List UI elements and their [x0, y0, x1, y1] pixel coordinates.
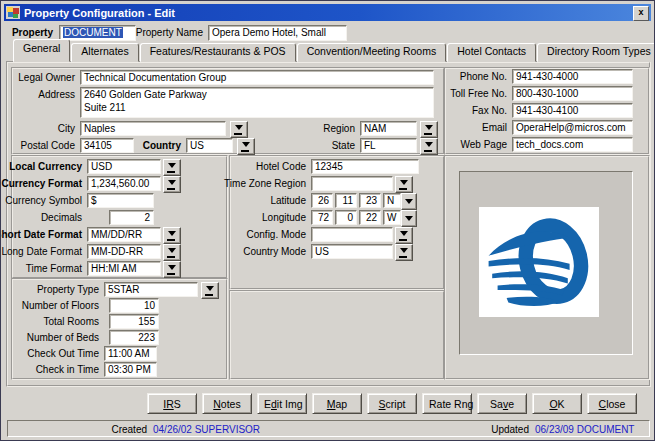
email-label: Email	[482, 122, 507, 133]
script-button[interactable]: Script	[367, 393, 417, 414]
longitude-sec-input[interactable]: 22	[359, 210, 381, 225]
state-label: State	[332, 140, 355, 151]
opera-logo-icon	[485, 213, 593, 311]
currency-symbol-input[interactable]: $	[87, 193, 154, 208]
check-in-time-input[interactable]: 03:30 PM	[104, 362, 157, 377]
config-mode-lov-icon[interactable]	[395, 227, 413, 244]
latitude-sec-input[interactable]: 23	[359, 193, 381, 208]
property-type-input[interactable]: 5STAR	[104, 282, 198, 297]
property-selected-text: DOCUMENT	[63, 27, 123, 38]
currency-symbol-label: Currency Symbol	[5, 195, 82, 206]
tab-directory-room-types[interactable]: Directory Room Types	[537, 43, 655, 62]
country-mode-lov-icon[interactable]	[395, 244, 413, 261]
edit-img-button[interactable]: Edit Img	[257, 393, 307, 414]
toll-free-label: Toll Free No.	[450, 88, 507, 99]
total-rooms-input[interactable]: 155	[109, 314, 159, 329]
time-zone-region-input[interactable]	[311, 176, 393, 191]
time-format-lov-icon[interactable]	[163, 261, 181, 278]
irs-button[interactable]: IRS	[147, 393, 197, 414]
property-name-input[interactable]: Opera Demo Hotel, Small	[208, 25, 347, 41]
tab-alternates[interactable]: Alternates	[71, 43, 138, 62]
decimals-input[interactable]: 2	[109, 210, 154, 225]
notes-button[interactable]: Notes	[202, 393, 252, 414]
number-of-beds-label: Number of Beds	[27, 332, 99, 343]
total-rooms-label: Total Rooms	[43, 316, 99, 327]
latitude-dir-input[interactable]: N	[383, 193, 401, 208]
address-input[interactable]: 2640 Golden Gate Parkway Suite 211	[80, 87, 434, 118]
longitude-deg-input[interactable]: 72	[311, 210, 333, 225]
action-button-row: IRS Notes Edit Img Map Script Rate Rng S…	[147, 393, 637, 414]
state-lov-icon[interactable]	[420, 138, 438, 155]
property-type-lov-icon[interactable]	[201, 282, 219, 299]
save-button[interactable]: Save	[477, 393, 527, 414]
map-button[interactable]: Map	[312, 393, 362, 414]
latitude-min-input[interactable]: 11	[335, 193, 357, 208]
city-input[interactable]: Naples	[80, 121, 226, 136]
latitude-label: Latitude	[270, 195, 306, 206]
updated-label: Updated	[491, 424, 529, 435]
number-of-beds-input[interactable]: 223	[109, 330, 159, 345]
country-lov-icon[interactable]	[237, 138, 255, 155]
property-name-label: Property Name	[136, 27, 203, 38]
legal-owner-label: Legal Owner	[18, 72, 75, 83]
city-lov-icon[interactable]	[230, 121, 248, 138]
updated-value: 06/23/09 DOCUMENT	[535, 424, 634, 435]
time-format-input[interactable]: HH:MI AM	[87, 261, 161, 276]
fax-label: Fax No.	[472, 105, 507, 116]
check-out-time-input[interactable]: 11:00 AM	[104, 346, 157, 361]
local-currency-lov-icon[interactable]	[163, 159, 181, 176]
property-type-label: Property Type	[37, 284, 99, 295]
short-date-format-input[interactable]: MM/DD/RR	[87, 227, 161, 242]
long-date-format-input[interactable]: MM-DD-RR	[87, 244, 161, 259]
short-date-format-lov-icon[interactable]	[163, 227, 181, 244]
close-icon[interactable]: x	[633, 6, 649, 21]
close-button[interactable]: Close	[587, 393, 637, 414]
property-logo-image	[479, 207, 599, 317]
short-date-format-label: Short Date Format	[0, 229, 82, 240]
address-line-2: Suite 211	[84, 102, 430, 113]
tab-general[interactable]: General	[13, 39, 70, 62]
empty-group	[229, 290, 445, 380]
tab-strip: General Alternates Features/Restaurants …	[13, 42, 655, 62]
email-input[interactable]: OperaHelp@micros.com	[512, 120, 633, 135]
web-page-label: Web Page	[460, 139, 507, 150]
hotel-code-input[interactable]: 12345	[311, 159, 419, 174]
longitude-dir-dropdown-icon[interactable]	[401, 210, 417, 227]
city-label: City	[58, 123, 75, 134]
latitude-dir-dropdown-icon[interactable]	[401, 193, 417, 210]
state-input[interactable]: FL	[360, 138, 417, 153]
region-lov-icon[interactable]	[420, 121, 438, 138]
longitude-min-input[interactable]: 0	[335, 210, 357, 225]
tab-hotel-contacts[interactable]: Hotel Contacts	[447, 43, 536, 62]
tab-features-restaurants-pos[interactable]: Features/Restaurants & POS	[140, 43, 296, 62]
country-mode-input[interactable]: US	[311, 244, 393, 259]
currency-format-input[interactable]: 1,234,560.00	[87, 176, 161, 191]
postal-code-label: Postal Code	[21, 140, 75, 151]
config-mode-label: Config. Mode	[247, 229, 306, 240]
country-label: Country	[143, 140, 181, 151]
ok-button[interactable]: OK	[532, 393, 582, 414]
number-of-floors-input[interactable]: 10	[109, 298, 159, 313]
country-input[interactable]: US	[186, 138, 233, 153]
region-input[interactable]: NAM	[360, 121, 417, 136]
property-input[interactable]: DOCUMENT	[59, 25, 136, 41]
currency-format-lov-icon[interactable]	[163, 176, 181, 193]
config-mode-input[interactable]	[311, 227, 393, 242]
web-page-input[interactable]: tech_docs.com	[512, 137, 633, 152]
legal-owner-input[interactable]: Technical Documentation Group	[80, 70, 434, 85]
window-icon	[6, 6, 20, 19]
latitude-deg-input[interactable]: 26	[311, 193, 333, 208]
longitude-dir-input[interactable]: W	[383, 210, 401, 225]
title-bar[interactable]: Property Configuration - Edit x	[4, 4, 651, 21]
phone-input[interactable]: 941-430-4000	[512, 69, 633, 84]
rate-rng-button[interactable]: Rate Rng	[422, 393, 472, 414]
time-zone-region-lov-icon[interactable]	[395, 176, 413, 193]
toll-free-input[interactable]: 800-430-1000	[512, 86, 633, 101]
local-currency-input[interactable]: USD	[87, 159, 161, 174]
longitude-label: Longitude	[262, 212, 306, 223]
long-date-format-lov-icon[interactable]	[163, 244, 181, 261]
postal-code-input[interactable]: 34105	[80, 138, 134, 153]
fax-input[interactable]: 941-430-4100	[512, 103, 633, 118]
long-date-format-label: Long Date Format	[1, 246, 82, 257]
tab-convention-meeting-rooms[interactable]: Convention/Meeting Rooms	[297, 43, 447, 62]
